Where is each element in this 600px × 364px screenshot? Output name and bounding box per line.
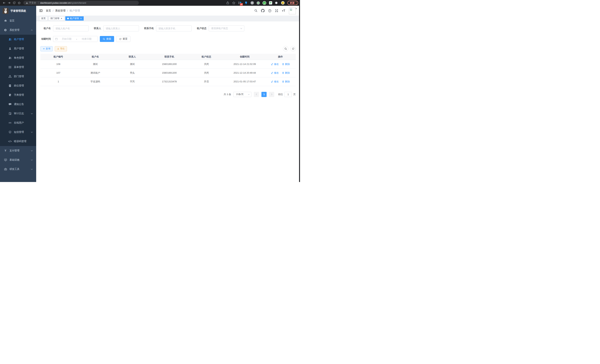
prev-page-button[interactable] xyxy=(254,92,259,97)
help-button[interactable] xyxy=(268,9,272,12)
window-scrollbar-gutter[interactable] xyxy=(299,6,300,182)
reset-button[interactable]: 重置 xyxy=(116,36,131,42)
contact-input[interactable] xyxy=(103,25,139,31)
github-icon xyxy=(261,9,264,12)
sidebar-item-post[interactable]: 岗位管理 xyxy=(0,81,36,90)
sidebar-item-label: 短信管理 xyxy=(14,131,24,134)
toggle-search-button[interactable] xyxy=(283,46,288,51)
trash-icon xyxy=(282,63,284,65)
cell-created: 2021-12-14 21:02:09 xyxy=(224,60,265,68)
sidebar-item-notice[interactable]: 通知公告 xyxy=(0,100,36,109)
sidebar-item-sms[interactable]: 短信管理 xyxy=(0,127,36,137)
extension-chat-button[interactable] xyxy=(268,1,272,5)
refresh-table-button[interactable] xyxy=(290,46,296,51)
goto-page-input[interactable] xyxy=(284,92,292,97)
tab-dept[interactable]: 部门管理 xyxy=(49,16,64,21)
extension-yudao-button[interactable]: y xyxy=(262,1,266,5)
update-label: 更新 xyxy=(290,1,295,5)
close-icon[interactable] xyxy=(80,18,82,19)
font-size-button[interactable] xyxy=(282,9,285,12)
extension-command-button[interactable]: ⌘ xyxy=(250,1,254,5)
sidebar-item-error-code[interactable]: </> 错误码管理 xyxy=(0,137,36,146)
page-size-select[interactable]: 10条/页 xyxy=(233,92,251,97)
app-logo[interactable]: 芋道管理系统 xyxy=(0,6,36,16)
browser-actions: 10 ⌘ y 更新 xyxy=(225,1,298,5)
extension-diamond-button[interactable]: 10 xyxy=(238,1,242,5)
export-button[interactable]: 导出 xyxy=(55,46,67,51)
status-select[interactable]: 请选择租户状态 xyxy=(209,25,244,31)
sidebar-item-tenant[interactable]: 租户管理 xyxy=(0,35,36,44)
home-button[interactable] xyxy=(17,0,21,5)
breadcrumb-home[interactable]: 首页 xyxy=(46,9,51,12)
close-icon[interactable] xyxy=(61,18,62,19)
profile-avatar-button[interactable] xyxy=(281,1,285,5)
reload-button[interactable] xyxy=(12,0,17,5)
share-button[interactable] xyxy=(225,1,230,5)
sidebar-item-system[interactable]: 系统管理 xyxy=(0,25,36,35)
export-button-label: 导出 xyxy=(60,47,65,50)
fullscreen-button[interactable] xyxy=(275,9,278,12)
page-size-value: 10条/页 xyxy=(236,93,244,96)
sidebar-item-pay[interactable]: ¥ 支付管理 xyxy=(0,146,36,155)
bookmark-star-button[interactable] xyxy=(232,1,236,5)
back-button[interactable] xyxy=(2,0,7,5)
download-icon xyxy=(57,48,59,50)
date-range-picker[interactable]: 开始日期 - 结束日期 xyxy=(53,36,98,42)
hamburger-fold-icon xyxy=(39,9,43,12)
forward-button[interactable] xyxy=(7,0,11,5)
edit-link[interactable]: 修改 xyxy=(271,63,279,66)
breadcrumb-system[interactable]: 系统管理 xyxy=(55,9,66,12)
sidebar-item-dept[interactable]: 部门管理 xyxy=(0,72,36,81)
search-button-label: 搜索 xyxy=(106,37,111,41)
sidebar-item-infra[interactable]: 基础设施 xyxy=(0,155,36,165)
extensions-puzzle-button[interactable] xyxy=(275,1,279,5)
cell-status: 开启 xyxy=(188,77,224,86)
font-size-icon xyxy=(282,9,285,12)
delete-link[interactable]: 删除 xyxy=(282,71,290,75)
sidebar-item-menu[interactable]: 菜单管理 xyxy=(0,63,36,72)
back-icon xyxy=(3,1,6,4)
trash-icon xyxy=(282,81,284,83)
github-button[interactable] xyxy=(261,9,264,12)
breadcrumb-separator: / xyxy=(67,9,68,12)
tenant-name-input[interactable] xyxy=(53,25,89,31)
chrome-update-button[interactable]: 更新 xyxy=(287,1,298,5)
extension-dot-button[interactable] xyxy=(256,1,260,5)
date-end-placeholder: 结束日期 xyxy=(78,37,95,41)
sidebar-item-role[interactable]: 角色管理 xyxy=(0,53,36,63)
refresh-icon xyxy=(119,38,122,40)
page-1-button[interactable]: 1 xyxy=(262,92,267,97)
next-page-button[interactable] xyxy=(269,92,274,97)
sidebar: 芋道管理系统 首页 系统管理 租户管理 xyxy=(0,6,36,182)
sidebar-item-home[interactable]: 首页 xyxy=(0,16,36,25)
sidebar-item-online-user[interactable]: 在线用户 xyxy=(0,118,36,127)
browser-toolbar: 不安全 dashboard.yudao.iocoder.cn/system/te… xyxy=(0,0,300,6)
edit-link[interactable]: 修改 xyxy=(271,71,279,75)
tab-home[interactable]: 首页 xyxy=(39,16,47,21)
mobile-input[interactable] xyxy=(156,25,192,31)
sidebar-toggle-button[interactable] xyxy=(39,9,43,12)
address-bar[interactable]: 不安全 dashboard.yudao.iocoder.cn/system/te… xyxy=(23,1,139,5)
delete-link[interactable]: 删除 xyxy=(282,80,290,83)
pagination: 共 3 条 10条/页 1 前往 页 xyxy=(40,92,296,97)
chevron-down-icon xyxy=(240,28,242,29)
extension-balloon-button[interactable] xyxy=(244,1,248,5)
edit-link[interactable]: 修改 xyxy=(271,80,279,83)
delete-link[interactable]: 删除 xyxy=(282,63,290,66)
app-frame: 芋道管理系统 首页 系统管理 租户管理 xyxy=(0,6,300,182)
sidebar-item-dev-tools[interactable]: 研发工具 xyxy=(0,165,36,174)
tab-tenant[interactable]: 租户管理 xyxy=(65,16,84,21)
url-domain: dashboard.yudao.iocoder.cn xyxy=(40,1,71,4)
search-button[interactable]: 搜索 xyxy=(100,36,114,42)
org-chart-icon xyxy=(8,75,12,78)
pencil-icon xyxy=(271,63,273,65)
sidebar-item-audit-log[interactable]: 审计日志 xyxy=(0,109,36,118)
tenant-name-label: 租户名 xyxy=(40,27,51,30)
create-time-label: 创建时间 xyxy=(40,37,51,41)
filter-tenant-name: 租户名 xyxy=(40,25,89,31)
sidebar-item-user[interactable]: 用户管理 xyxy=(0,44,36,53)
add-button[interactable]: 新增 xyxy=(40,46,53,51)
user-avatar[interactable] xyxy=(289,7,296,14)
sidebar-item-dict[interactable]: 字典管理 xyxy=(0,90,36,100)
header-search-button[interactable] xyxy=(254,9,258,12)
